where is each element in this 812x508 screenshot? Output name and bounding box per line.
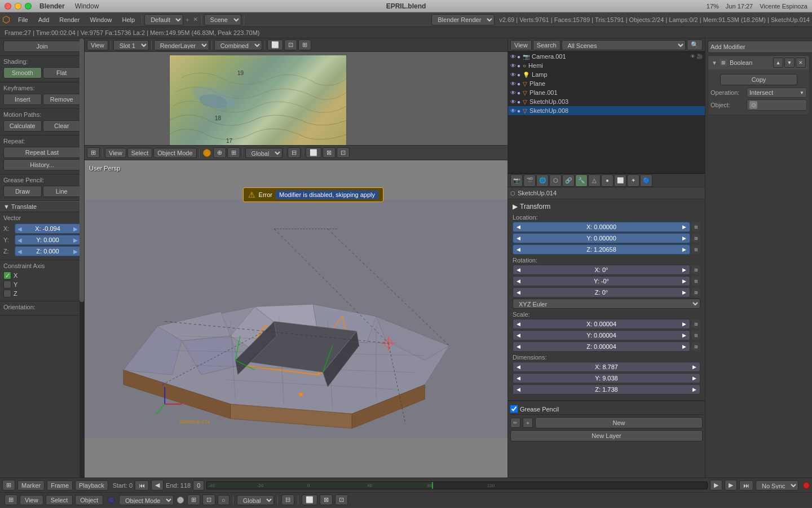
outliner-item-sketchup003[interactable]: 👁 ● ▽ SketchUp.003 xyxy=(508,97,705,106)
timeline-prev-btn[interactable]: ◀ xyxy=(151,480,164,491)
loc-x-link[interactable]: ⊠ xyxy=(691,222,700,231)
scale-z-field[interactable]: ◀ Z: 0.00004 ▶ xyxy=(513,341,690,352)
axis-z-checkbox[interactable] xyxy=(3,290,11,297)
vp-manipulator-btn[interactable]: ⊕ xyxy=(213,147,226,158)
engine-select[interactable]: Blender Render xyxy=(431,14,495,25)
ol-scene-select[interactable]: All Scenes xyxy=(562,40,686,50)
global-select[interactable]: Global xyxy=(237,495,274,505)
rr-zoom-fit[interactable]: ⊡ xyxy=(284,40,297,50)
vp-overlay2-btn[interactable]: ⊠ xyxy=(320,494,333,505)
clear-button[interactable]: Clear xyxy=(43,120,81,132)
loc-z-field[interactable]: ◀ Z: 1.20658 ▶ xyxy=(513,244,690,255)
scale-x-field[interactable]: ◀ X: 0.00004 ▶ xyxy=(513,319,690,329)
loc-y-field[interactable]: ◀ Y: 0.00000 ▶ xyxy=(513,233,690,243)
vp-xray2-btn[interactable]: ⊡ xyxy=(335,494,348,505)
gp-add-icon[interactable]: + xyxy=(523,418,533,428)
scale-y-link[interactable]: ⊠ xyxy=(691,331,700,340)
loc-x-field[interactable]: ◀ X: 0.00000 ▶ xyxy=(513,222,690,232)
viewport-3d[interactable]: User Persp xyxy=(85,160,508,478)
outliner-item-hemi[interactable]: 👁 ● ○ Hemi xyxy=(508,61,705,70)
repeat-last-button[interactable]: Repeat Last xyxy=(3,147,81,158)
copy-button[interactable]: Copy xyxy=(720,74,797,85)
menu-render[interactable]: Render xyxy=(55,15,84,24)
dim-y-field[interactable]: ◀ Y: 9.038 ▶ xyxy=(513,373,700,383)
timeline-playback-btn[interactable]: Playback xyxy=(75,480,108,491)
prop-material-icon[interactable]: ● xyxy=(601,174,614,187)
object-mode-icon[interactable] xyxy=(108,497,114,503)
outliner-item-plane[interactable]: 👁 ● ▽ Plane xyxy=(508,79,705,88)
smooth-button[interactable]: Smooth xyxy=(3,67,42,78)
axis-y-checkbox[interactable] xyxy=(3,281,11,288)
rot-x-field[interactable]: ◀ X: 0° ▶ xyxy=(513,265,690,275)
mod-down-btn[interactable]: ▼ xyxy=(784,58,795,68)
dim-z-field[interactable]: ◀ Z: 1.738 ▶ xyxy=(513,384,700,395)
draw-mode-btn[interactable] xyxy=(177,497,184,503)
operation-dropdown[interactable]: Intersect ▼ xyxy=(747,87,807,98)
scale-x-link[interactable]: ⊠ xyxy=(691,319,700,329)
orientation-select[interactable]: Global xyxy=(245,148,283,158)
left-scroll-thumb[interactable] xyxy=(80,38,84,302)
vec-y-input[interactable]: ◀ Y: 0.000 ▶ xyxy=(15,235,81,245)
bottom-select-btn[interactable]: Select xyxy=(46,495,73,505)
timeline-marker-btn[interactable]: Marker xyxy=(17,480,45,491)
scene-select[interactable]: Scene xyxy=(204,14,241,25)
outliner-item-lamp[interactable]: 👁 ● 💡 Lamp xyxy=(508,70,705,79)
vp-settings-btn[interactable]: ⊞ xyxy=(187,494,200,505)
vp-layers-bottom-btn[interactable]: ⊟ xyxy=(281,494,294,505)
timeline-next-btn[interactable]: ▶ xyxy=(725,480,737,491)
scale-y-field[interactable]: ◀ Y: 0.00004 ▶ xyxy=(513,330,690,340)
object-field[interactable]: ⬡ xyxy=(747,99,807,111)
line-button[interactable]: Line xyxy=(43,186,81,197)
mod-up-btn[interactable]: ▲ xyxy=(773,58,783,68)
prop-physics-icon[interactable]: 🔵 xyxy=(640,174,652,187)
timeline-play-btn[interactable]: ▶ xyxy=(710,480,722,491)
join-button[interactable]: Join xyxy=(3,41,81,52)
menu-window[interactable]: Window xyxy=(85,15,116,24)
eye-toggle-sk003[interactable]: 👁 xyxy=(510,99,516,105)
layout-select[interactable]: Default xyxy=(144,14,183,25)
vp-mode-icon-btn[interactable]: ⊞ xyxy=(5,494,17,505)
eye-toggle-lamp[interactable]: 👁 xyxy=(510,72,516,78)
gp-new-button[interactable]: New xyxy=(535,417,703,428)
object-mode-select[interactable]: Object Mode xyxy=(119,495,174,505)
history-button[interactable]: History... xyxy=(3,159,81,170)
bottom-object-btn[interactable]: Object xyxy=(75,495,103,505)
loc-z-link[interactable]: ⊠ xyxy=(691,245,700,254)
outliner-item-sketchup008[interactable]: 👁 ● ▽ SketchUp.008 xyxy=(508,106,705,115)
render-combined-select[interactable]: Combined xyxy=(214,40,262,50)
vec-x-input[interactable]: ◀ X: -0.094 ▶ xyxy=(15,224,81,234)
prop-particles-icon[interactable]: ✦ xyxy=(627,174,639,187)
render-slot-select[interactable]: Slot 1 xyxy=(113,40,149,50)
rr-color-btn[interactable]: ⬜ xyxy=(267,40,283,50)
ol-view-btn[interactable]: View xyxy=(510,40,532,50)
eye-toggle-plane[interactable]: 👁 xyxy=(510,81,516,87)
outliner-item-plane001[interactable]: 👁 ● ▽ Plane.001 xyxy=(508,88,705,97)
pivot-btn[interactable] xyxy=(203,149,211,157)
maximize-btn[interactable] xyxy=(25,3,32,10)
vp-propmode-btn[interactable]: ○ xyxy=(218,495,230,505)
rot-z-link[interactable]: ⊠ xyxy=(691,288,700,297)
timeline-view-btn[interactable]: ⊞ xyxy=(2,480,15,491)
vp-layers-btn[interactable]: ⊟ xyxy=(288,147,301,158)
vp-view-btn[interactable]: View xyxy=(105,148,126,158)
timeline-to-end-btn[interactable]: ⏭ xyxy=(739,480,753,491)
vp-object-btn[interactable]: Object Mode xyxy=(153,148,196,158)
eye-toggle-camera[interactable]: 👁 xyxy=(510,54,516,60)
remove-button[interactable]: Remove xyxy=(43,94,81,105)
vp-mode-btn[interactable]: ⊞ xyxy=(87,147,100,158)
loc-y-link[interactable]: ⊠ xyxy=(691,234,700,243)
minimize-btn[interactable] xyxy=(15,3,21,10)
eye-toggle-plane001[interactable]: 👁 xyxy=(510,90,516,96)
recording-btn[interactable] xyxy=(803,482,810,489)
prop-data-icon[interactable]: △ xyxy=(588,174,601,187)
rr-render-btn[interactable]: ⊞ xyxy=(298,40,311,50)
ol-search-icon-btn[interactable]: 🔍 xyxy=(687,40,703,50)
timeline-frame-btn[interactable]: Frame xyxy=(47,480,73,491)
camera-visible-icon[interactable]: 👁 xyxy=(690,54,695,59)
vp-shading-btn[interactable]: ⬜ xyxy=(302,494,317,505)
sync-mode-select[interactable]: No Sync xyxy=(756,480,798,491)
vec-z-input[interactable]: ◀ Z: 0.000 ▶ xyxy=(15,246,81,256)
prop-texture-icon[interactable]: ⬜ xyxy=(614,174,626,187)
layout-x[interactable]: ✕ xyxy=(193,16,198,23)
window-menu[interactable]: Window xyxy=(75,2,99,10)
